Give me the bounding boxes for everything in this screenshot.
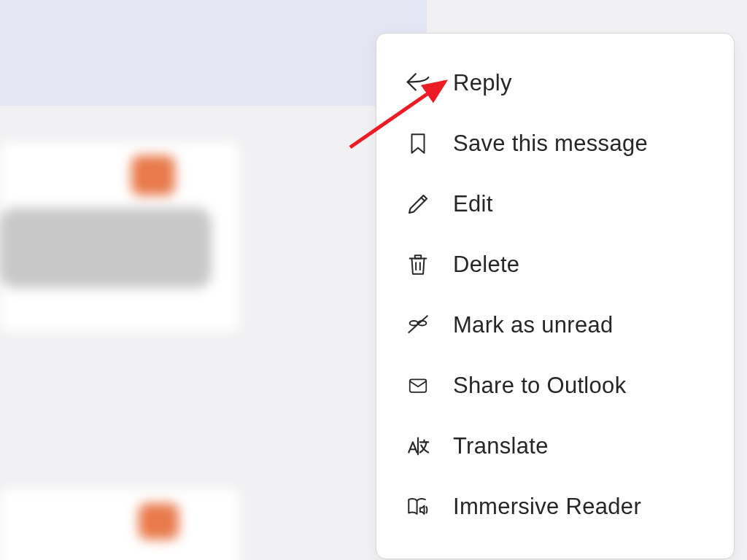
pencil-icon (402, 188, 434, 220)
menu-item-immersive-reader[interactable]: Immersive Reader (376, 476, 734, 537)
menu-item-delete[interactable]: Delete (376, 234, 734, 295)
menu-item-translate[interactable]: Translate (376, 416, 734, 476)
unread-icon (402, 309, 434, 341)
menu-item-label: Share to Outlook (453, 373, 626, 399)
chat-message-card (0, 142, 239, 332)
menu-item-edit[interactable]: Edit (376, 174, 734, 234)
avatar (139, 503, 179, 540)
message-context-menu: Reply Save this message Edit (376, 33, 735, 559)
immersive-reader-icon (402, 491, 434, 523)
menu-item-label: Edit (453, 191, 493, 217)
bookmark-icon (402, 128, 434, 160)
envelope-icon (402, 370, 434, 402)
trash-icon (402, 249, 434, 281)
menu-item-label: Delete (453, 252, 519, 278)
svg-rect-2 (410, 379, 427, 392)
reply-icon (402, 67, 434, 99)
menu-item-save-message[interactable]: Save this message (376, 113, 734, 174)
menu-item-label: Immersive Reader (453, 494, 641, 520)
menu-item-label: Save this message (453, 131, 648, 157)
menu-item-reply[interactable]: Reply (376, 52, 734, 113)
menu-item-mark-unread[interactable]: Mark as unread (376, 295, 734, 355)
menu-item-label: Mark as unread (453, 312, 614, 338)
menu-item-label: Reply (453, 70, 512, 96)
top-banner (0, 0, 427, 106)
menu-item-share-outlook[interactable]: Share to Outlook (376, 355, 734, 416)
menu-item-label: Translate (453, 433, 549, 459)
translate-icon (402, 430, 434, 462)
avatar (131, 155, 175, 195)
chat-message-card (0, 489, 239, 560)
message-text-blur (0, 208, 212, 288)
